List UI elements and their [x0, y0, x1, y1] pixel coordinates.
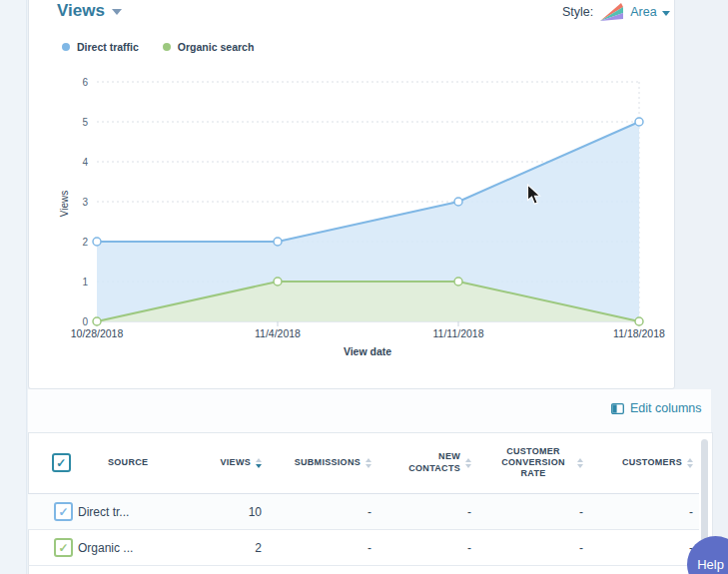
- chart-style-dropdown[interactable]: Area: [630, 5, 669, 19]
- column-header-new-contacts[interactable]: NEW CONTACTS: [377, 432, 477, 494]
- new-contacts-value: -: [377, 494, 477, 530]
- svg-text:10/28/2018: 10/28/2018: [71, 327, 124, 339]
- views-title-dropdown[interactable]: Views: [57, 1, 122, 21]
- area-chart: 012345610/28/201811/4/201811/11/201811/1…: [30, 70, 675, 361]
- views-title-label: Views: [57, 1, 105, 21]
- style-label: Style:: [562, 5, 593, 19]
- mouse-cursor-icon: [526, 184, 542, 210]
- style-control: Style: Area: [562, 2, 670, 22]
- page-left-gutter: [0, 0, 27, 574]
- sort-arrows-icon: [256, 458, 262, 468]
- column-header-customer-conversion-rate[interactable]: CUSTOMER CONVERSION RATE: [477, 432, 589, 494]
- header-checkbox-cell: ✓: [28, 432, 78, 494]
- legend-item-direct-traffic[interactable]: Direct traffic: [62, 41, 139, 53]
- select-all-checkbox[interactable]: ✓: [52, 453, 71, 472]
- submissions-value: -: [268, 494, 377, 530]
- svg-text:6: 6: [82, 77, 88, 88]
- legend-label: Organic search: [178, 41, 254, 53]
- edit-columns-label: Edit columns: [630, 401, 702, 415]
- svg-text:0: 0: [82, 316, 88, 327]
- sort-arrows-icon: [465, 458, 471, 468]
- svg-text:View date: View date: [344, 345, 391, 357]
- chevron-down-icon: [662, 11, 670, 16]
- svg-text:1: 1: [82, 277, 88, 287]
- customer-conversion-rate-value: -: [477, 530, 589, 566]
- views-value: 10: [208, 494, 268, 530]
- card-gap: [28, 389, 711, 432]
- customers-value: -: [589, 494, 699, 530]
- legend-label: Direct traffic: [77, 41, 139, 53]
- sources-table: ✓ SOURCE VIEWS SUBMISSIONS NEW CONTACTS: [28, 432, 699, 566]
- edit-columns-icon: [611, 403, 624, 414]
- sort-arrows-icon: [365, 458, 371, 468]
- chart-legend: Direct traffic Organic search: [62, 41, 254, 53]
- edit-columns-link[interactable]: Edit columns: [611, 401, 702, 415]
- svg-text:11/4/2018: 11/4/2018: [255, 327, 301, 339]
- svg-text:11/11/2018: 11/11/2018: [433, 327, 484, 339]
- table-row: ✓ Direct tr... 10 - - - -: [28, 494, 699, 530]
- customers-value: -: [589, 530, 699, 566]
- analytics-report-page: Views Style: Area Direct traffic Organic…: [0, 0, 728, 574]
- help-label: Help: [697, 557, 724, 572]
- column-header-customers[interactable]: CUSTOMERS: [589, 432, 699, 494]
- svg-text:3: 3: [82, 197, 88, 208]
- legend-item-organic-search[interactable]: Organic search: [163, 41, 254, 53]
- svg-text:Views: Views: [59, 191, 70, 218]
- row-checkbox[interactable]: ✓: [54, 538, 73, 557]
- svg-text:11/18/2018: 11/18/2018: [613, 327, 665, 339]
- table-header-row: ✓ SOURCE VIEWS SUBMISSIONS NEW CONTACTS: [28, 432, 699, 494]
- new-contacts-value: -: [377, 530, 477, 566]
- svg-text:5: 5: [82, 117, 88, 128]
- column-header-source[interactable]: SOURCE: [78, 432, 208, 494]
- submissions-value: -: [268, 530, 377, 566]
- table-row: ✓ Organic ... 2 - - - -: [28, 530, 699, 566]
- source-link[interactable]: Direct tr...: [78, 494, 208, 530]
- chart-style-value: Area: [630, 5, 656, 19]
- svg-text:2: 2: [82, 237, 88, 248]
- chevron-down-icon: [112, 9, 122, 15]
- column-header-views[interactable]: VIEWS: [208, 432, 268, 494]
- svg-text:4: 4: [82, 157, 88, 168]
- organic-search-dot-icon: [163, 43, 171, 51]
- column-header-submissions[interactable]: SUBMISSIONS: [268, 432, 377, 494]
- customer-conversion-rate-value: -: [477, 494, 589, 530]
- row-checkbox[interactable]: ✓: [54, 502, 73, 521]
- source-link[interactable]: Organic ...: [78, 530, 208, 566]
- area-chart-style-icon: [599, 2, 624, 22]
- sort-arrows-icon: [687, 458, 693, 468]
- sort-arrows-icon: [577, 458, 583, 468]
- views-value: 2: [208, 530, 268, 566]
- direct-traffic-dot-icon: [62, 43, 70, 51]
